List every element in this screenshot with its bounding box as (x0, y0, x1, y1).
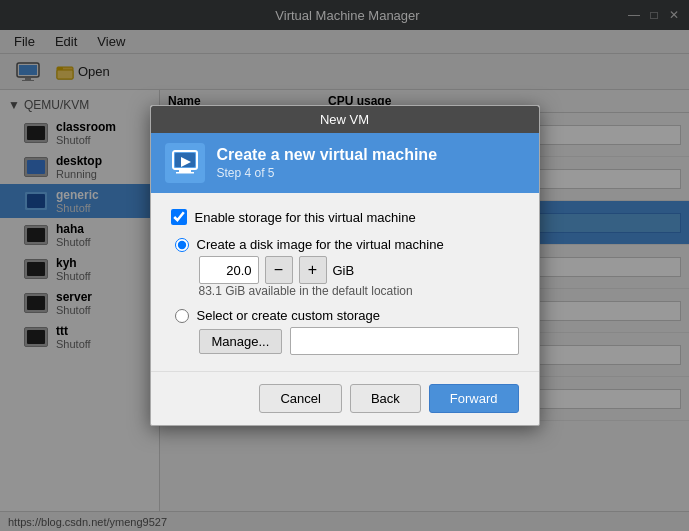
modal-footer: Cancel Back Forward (151, 371, 539, 425)
custom-storage-radio-row: Select or create custom storage (175, 308, 519, 323)
cancel-button[interactable]: Cancel (259, 384, 341, 413)
new-vm-modal: New VM Create a new virtual machine Step… (150, 105, 540, 426)
modal-body: Enable storage for this virtual machine … (151, 193, 539, 371)
forward-button[interactable]: Forward (429, 384, 519, 413)
disk-decrease-button[interactable]: − (265, 256, 293, 284)
enable-storage-label[interactable]: Enable storage for this virtual machine (195, 210, 416, 225)
svg-rect-10 (179, 170, 191, 172)
enable-storage-row: Enable storage for this virtual machine (171, 209, 519, 225)
enable-storage-checkbox[interactable] (171, 209, 187, 225)
create-disk-radio-row: Create a disk image for the virtual mach… (175, 237, 519, 252)
modal-header-icon (165, 143, 205, 183)
create-disk-radio[interactable] (175, 238, 189, 252)
disk-unit-label: GiB (333, 263, 355, 278)
disk-available-text: 83.1 GiB available in the default locati… (175, 284, 519, 298)
modal-overlay: New VM Create a new virtual machine Step… (0, 0, 689, 531)
custom-storage-radio[interactable] (175, 309, 189, 323)
custom-storage-option: Select or create custom storage Manage..… (175, 308, 519, 355)
manage-button[interactable]: Manage... (199, 329, 283, 354)
modal-title: New VM (320, 112, 369, 127)
manage-path-input[interactable] (290, 327, 518, 355)
create-disk-option: Create a disk image for the virtual mach… (175, 237, 519, 298)
create-disk-label[interactable]: Create a disk image for the virtual mach… (197, 237, 444, 252)
modal-title-bar: New VM (151, 106, 539, 133)
disk-size-input[interactable]: 20.0 (199, 256, 259, 284)
disk-increase-button[interactable]: + (299, 256, 327, 284)
radio-section: Create a disk image for the virtual mach… (171, 237, 519, 355)
manage-area: Manage... (175, 327, 519, 355)
svg-rect-11 (176, 172, 194, 174)
back-button[interactable]: Back (350, 384, 421, 413)
vm-create-icon (171, 149, 199, 177)
modal-header-subtitle: Step 4 of 5 (217, 166, 438, 180)
modal-header: Create a new virtual machine Step 4 of 5 (151, 133, 539, 193)
modal-header-text: Create a new virtual machine Step 4 of 5 (217, 146, 438, 180)
disk-size-row: 20.0 − + GiB (175, 256, 519, 284)
modal-header-title: Create a new virtual machine (217, 146, 438, 164)
custom-storage-label[interactable]: Select or create custom storage (197, 308, 381, 323)
